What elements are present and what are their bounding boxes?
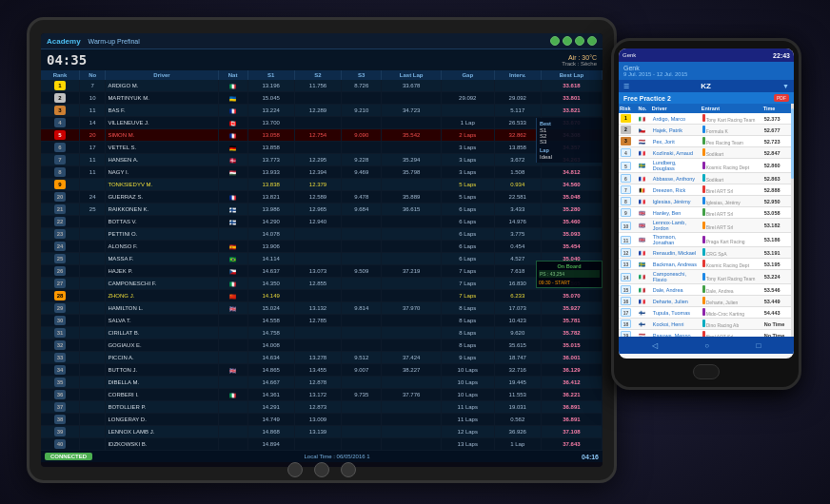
cell-nat: 🇩🇪 bbox=[218, 142, 247, 154]
col-nat: Nat bbox=[218, 70, 247, 80]
phone-back-icon[interactable]: ◁ bbox=[652, 341, 658, 350]
cell-bestlap: 36.891 bbox=[541, 414, 602, 426]
table-row: 32 GOGIAUX E. 14.008 8 Laps 35.615 35.01… bbox=[41, 339, 603, 352]
phone-cell-no: 🇮🇹 bbox=[637, 113, 650, 125]
phone-cell-entrant: Kosmic Racing Dept bbox=[701, 159, 762, 173]
cell-gap: 11 Laps bbox=[441, 401, 494, 414]
col-rank: Rank bbox=[41, 70, 79, 80]
cell-driver: BOTTAS V. bbox=[106, 216, 218, 228]
cell-gap: 6 Laps bbox=[441, 216, 494, 228]
cell-rank: 2 bbox=[41, 92, 79, 105]
phone-cell-entrant: Pex Racing Team bbox=[701, 136, 762, 147]
cell-no: 11 bbox=[79, 105, 105, 117]
cell-interv: 0.562 bbox=[494, 414, 541, 426]
race-table: Rank No Driver Nat S1 S2 S3 Last Lap Gap… bbox=[41, 70, 603, 451]
phone-cell-no: 🇫🇷 bbox=[637, 196, 650, 207]
cell-s1: 14.149 bbox=[247, 290, 294, 302]
phone-cell-driver: Camponeschi, Flavio bbox=[651, 270, 701, 284]
cell-driver: ZHONG J. bbox=[106, 290, 218, 302]
cell-s3: 9.228 bbox=[342, 154, 382, 166]
phone-table-row: 18 🇫🇮 Kockoi, Henri Dino Racing Ab No Ti… bbox=[619, 319, 794, 330]
cell-no: 7 bbox=[79, 80, 105, 92]
phone-cell-driver: Hajek, Patrik bbox=[651, 125, 701, 136]
tablet-back-btn[interactable] bbox=[287, 462, 303, 477]
phone-home-icon[interactable]: ○ bbox=[704, 341, 709, 350]
phone-recent-icon[interactable]: □ bbox=[756, 341, 761, 350]
cell-gap: 6 Laps bbox=[441, 228, 494, 241]
cell-interv bbox=[494, 80, 541, 92]
lap-label: Lap bbox=[540, 147, 600, 153]
cell-interv: 32.716 bbox=[494, 364, 541, 377]
cell-rank: 32 bbox=[41, 339, 79, 352]
phone-pdf-button[interactable]: PDF bbox=[774, 94, 789, 102]
cell-interv: 7.618 bbox=[494, 265, 541, 278]
dot-3 bbox=[575, 36, 584, 46]
cell-s1: 13.986 bbox=[247, 204, 294, 216]
phone-cell-driver: Iglesias, Jérémy bbox=[651, 196, 701, 207]
connected-button[interactable]: CONNECTED bbox=[45, 453, 92, 460]
phone-country-selector[interactable]: ☰ KZ ▼ bbox=[619, 80, 794, 92]
table-row: 4 14 VILLENEUVE J. 🇨🇦 13.700 1 Lap 26.53… bbox=[41, 117, 603, 129]
cell-no: 17 bbox=[79, 142, 105, 154]
scroll-indicator[interactable] bbox=[791, 104, 794, 337]
tablet-home-btn[interactable] bbox=[314, 462, 329, 477]
cell-bestlap: 33.821 bbox=[541, 105, 602, 117]
cell-s2: 13.073 bbox=[294, 265, 341, 278]
phone-cell-entrant: Dino Racing Ab bbox=[701, 319, 762, 330]
tablet-recent-btn[interactable] bbox=[341, 462, 356, 477]
cell-s2 bbox=[294, 290, 341, 302]
phone-cell-pos: 6 bbox=[619, 173, 637, 184]
cell-bestlap: 36.221 bbox=[541, 389, 602, 401]
cell-s2: 12.379 bbox=[294, 179, 341, 191]
cell-no: 20 bbox=[79, 129, 105, 142]
cell-driver: BAS F. bbox=[106, 105, 218, 117]
scroll-thumb[interactable] bbox=[791, 108, 794, 179]
cell-gap: 9 Laps bbox=[441, 352, 494, 364]
cell-bestlap: 36.129 bbox=[541, 364, 602, 377]
phone-cell-time: 52.723 bbox=[762, 136, 794, 147]
cell-rank: 5 bbox=[41, 129, 79, 142]
cell-rank: 1 bbox=[41, 80, 79, 92]
phone-cell-pos: 2 bbox=[619, 125, 637, 136]
cell-rank: 38 bbox=[41, 414, 79, 426]
cell-rank: 9 bbox=[41, 179, 79, 191]
phone-session: Free Practice 2 bbox=[623, 95, 671, 102]
cell-driver: ALONSO F. bbox=[106, 241, 218, 253]
cell-rank: 21 bbox=[41, 204, 79, 216]
bottom-timer: 04:16 bbox=[582, 454, 599, 460]
cell-lastlap: 33.678 bbox=[382, 80, 442, 92]
cell-driver: HAMILTON L. bbox=[106, 302, 218, 315]
cell-s2: 13.278 bbox=[294, 352, 341, 364]
cell-s3 bbox=[342, 401, 382, 414]
cell-s1: 14.637 bbox=[247, 265, 294, 278]
cell-nat bbox=[218, 327, 247, 339]
cell-s3: 9.512 bbox=[342, 352, 382, 364]
cell-bestlap: 36.001 bbox=[541, 352, 602, 364]
cell-gap: 12 Laps bbox=[441, 426, 494, 438]
col-driver: Driver bbox=[106, 70, 218, 80]
table-row: 33 PICCIN A. 14.634 13.278 9.512 37.424 … bbox=[41, 352, 603, 364]
cell-s2: 12.589 bbox=[294, 191, 341, 204]
academy-label: Academy bbox=[47, 37, 81, 46]
cell-s3: 9.814 bbox=[342, 302, 382, 315]
cell-s2: 13.132 bbox=[294, 302, 341, 315]
session-label: Warm-up Prefinal bbox=[89, 38, 140, 45]
cell-gap: 8 Laps bbox=[441, 315, 494, 327]
phone-physical-home[interactable] bbox=[693, 364, 720, 379]
onboard-ps: PS : 43,254 bbox=[540, 271, 599, 277]
phone-cell-pos: 7 bbox=[619, 184, 637, 196]
cell-driver: NAGY I. bbox=[106, 166, 218, 179]
phone-cell-pos: 3 bbox=[619, 136, 637, 147]
cell-lastlap bbox=[382, 142, 442, 154]
cell-rank: 22 bbox=[41, 216, 79, 228]
phone-device: Genk 22:43 Genk 9 Jul. 2015 - 12 Jul. 20… bbox=[611, 38, 801, 390]
cell-s1: 14.634 bbox=[247, 352, 294, 364]
cell-interv: 18.747 bbox=[494, 352, 541, 364]
cell-gap: 6 Laps bbox=[441, 241, 494, 253]
cell-nat: 🇫🇷 bbox=[218, 129, 247, 142]
cell-gap: 10 Laps bbox=[441, 377, 494, 389]
dot-4 bbox=[587, 36, 597, 46]
cell-bestlap: 35.048 bbox=[541, 191, 602, 204]
phone-cell-time: 52.373 bbox=[762, 113, 794, 125]
ideal-label: Ideal bbox=[540, 154, 600, 160]
